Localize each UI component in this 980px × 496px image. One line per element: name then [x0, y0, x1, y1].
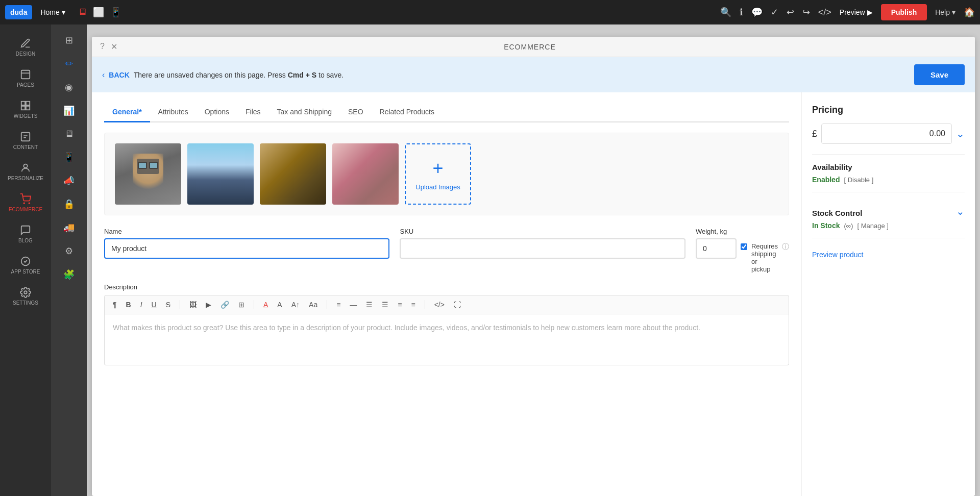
toolbar-hr[interactable]: —	[348, 300, 359, 310]
toolbar-indent[interactable]: ≡	[396, 300, 404, 310]
tab-options[interactable]: Options	[197, 103, 237, 122]
sidebar-item-ecommerce[interactable]: ECOMMERCE	[3, 188, 48, 217]
requires-shipping-info-icon[interactable]: ⓘ	[782, 242, 789, 252]
mobile-icon[interactable]: 📱	[110, 7, 121, 18]
sidebar-item-settings[interactable]: SETTINGS	[3, 282, 48, 311]
panel-icon-8[interactable]: 🔒	[59, 194, 79, 214]
toolbar-table[interactable]: ⊞	[236, 300, 247, 310]
stock-count: (∞)	[844, 222, 853, 230]
svg-point-13	[24, 291, 27, 294]
panel-icon-7[interactable]: 📣	[59, 171, 79, 190]
svg-rect-3	[26, 102, 30, 105]
toolbar-bullet-list[interactable]: ☰	[364, 300, 375, 310]
tab-tax-shipping[interactable]: Tax and Shipping	[269, 103, 340, 122]
tab-files[interactable]: Files	[237, 103, 269, 122]
undo-icon[interactable]: ↩	[787, 7, 794, 18]
tab-attributes[interactable]: Attributes	[150, 103, 197, 122]
toolbar-bold[interactable]: B	[124, 300, 133, 310]
requires-shipping-checkbox[interactable]	[741, 243, 747, 250]
search-icon[interactable]: 🔍	[720, 7, 731, 18]
toolbar-italic[interactable]: I	[138, 300, 144, 310]
back-link[interactable]: BACK	[109, 71, 129, 79]
save-button[interactable]: Save	[914, 64, 965, 85]
comment-icon[interactable]: 💬	[751, 7, 763, 18]
panel-icon-10[interactable]: ⚙	[61, 241, 77, 261]
preview-button[interactable]: Preview ▶	[840, 8, 873, 16]
logo[interactable]: duda	[5, 5, 32, 19]
sidebar-item-personalize[interactable]: PERSONALIZE	[3, 157, 48, 186]
modal-content: General* Attributes Options Files Tax an…	[92, 92, 975, 496]
upload-images-button[interactable]: + Upload Images	[405, 143, 471, 205]
toolbar-align[interactable]: ≡	[334, 300, 342, 310]
publish-button[interactable]: Publish	[881, 4, 927, 20]
toolbar-sep-3	[327, 300, 327, 309]
pricing-chevron-icon[interactable]: ⌄	[956, 128, 965, 140]
product-image-3[interactable]	[260, 143, 326, 205]
panel-icon-9[interactable]: 🚚	[59, 218, 79, 237]
panel-icon-1[interactable]: ⊞	[61, 31, 77, 50]
disable-link[interactable]: [ Disable ]	[844, 176, 873, 184]
unsaved-message: There are unsaved changes on this page. …	[134, 71, 344, 79]
tablet-icon[interactable]: ⬜	[93, 7, 104, 18]
back-bar: ‹ BACK There are unsaved changes on this…	[92, 57, 975, 92]
back-arrow-icon[interactable]: ‹	[102, 70, 105, 80]
panel-icon-2[interactable]: ✏	[61, 54, 77, 73]
code-icon[interactable]: </>	[818, 7, 831, 18]
toolbar-fullscreen[interactable]: ⛶	[452, 300, 463, 310]
page-dropdown[interactable]: Home ▾	[36, 6, 69, 18]
svg-rect-2	[21, 102, 25, 105]
toolbar-paragraph[interactable]: ¶	[111, 300, 119, 310]
modal-question-icon[interactable]: ?	[100, 42, 105, 52]
toolbar-case[interactable]: Aa	[307, 300, 320, 310]
price-input[interactable]	[821, 123, 952, 144]
product-image-4[interactable]	[332, 143, 399, 205]
weight-input[interactable]	[696, 238, 737, 259]
toolbar-bg-color[interactable]: A	[275, 300, 284, 310]
toolbar-code[interactable]: </>	[432, 300, 447, 310]
sidebar-item-appstore[interactable]: APP STORE	[3, 251, 48, 280]
toolbar-superscript[interactable]: A↑	[289, 300, 302, 310]
sku-input[interactable]	[400, 238, 685, 259]
panel-icon-6[interactable]: 📱	[59, 147, 79, 167]
sidebar-item-design[interactable]: DESIGN	[3, 33, 48, 62]
product-image-2[interactable]	[187, 143, 254, 205]
check-icon[interactable]: ✓	[771, 7, 778, 18]
toolbar-link[interactable]: 🔗	[218, 300, 231, 310]
redo-icon[interactable]: ↪	[802, 7, 810, 18]
toolbar-numbered-list[interactable]: ☰	[380, 300, 390, 310]
name-input[interactable]	[104, 238, 389, 259]
tab-seo[interactable]: SEO	[340, 103, 372, 122]
svg-point-11	[29, 203, 30, 204]
modal-close-icon[interactable]: ✕	[111, 42, 117, 52]
sidebar-item-blog[interactable]: BLOG	[3, 219, 48, 249]
preview-product-link[interactable]: Preview product	[812, 251, 965, 259]
panel-icon-5[interactable]: 🖥	[60, 125, 78, 143]
tab-related-products[interactable]: Related Products	[372, 103, 443, 122]
stock-chevron-icon[interactable]: ⌄	[956, 205, 965, 217]
svg-rect-4	[21, 106, 25, 110]
toolbar-outdent[interactable]: ≡	[409, 300, 418, 310]
toolbar-text-color[interactable]: A	[261, 300, 270, 310]
product-image-1[interactable]	[115, 143, 181, 205]
product-fields-row: Name SKU Weight, kg	[104, 228, 789, 273]
toolbar-image[interactable]: 🖼	[187, 300, 199, 310]
toolbar-strikethrough[interactable]: S	[164, 300, 173, 310]
sidebar-item-widgets[interactable]: WIDGETS	[3, 95, 48, 124]
toolbar-underline[interactable]: U	[150, 300, 159, 310]
panel-icon-11[interactable]: 🧩	[59, 265, 79, 284]
top-bar: duda Home ▾ 🖥 ⬜ 📱 🔍 ℹ 💬 ✓ ↩ ↪ </> Previe…	[0, 0, 980, 24]
panel-icon-3[interactable]: ◉	[61, 78, 77, 97]
description-editor[interactable]: What makes this product so great? Use th…	[104, 314, 789, 365]
info-icon[interactable]: ℹ	[740, 7, 743, 18]
desktop-icon[interactable]: 🖥	[78, 7, 87, 18]
home-icon[interactable]: 🏠	[964, 7, 975, 18]
toolbar-video[interactable]: ▶	[204, 300, 213, 310]
tab-general[interactable]: General*	[104, 103, 150, 122]
sidebar-item-pages[interactable]: PAGES	[3, 64, 48, 93]
modal-title: ECOMMERCE	[117, 43, 942, 51]
description-label: Description	[104, 283, 789, 291]
panel-icon-4[interactable]: 📊	[59, 101, 79, 120]
manage-link[interactable]: [ Manage ]	[857, 222, 888, 230]
sidebar-item-content[interactable]: CONTENT	[3, 126, 48, 155]
help-button[interactable]: Help ▾	[935, 8, 955, 16]
